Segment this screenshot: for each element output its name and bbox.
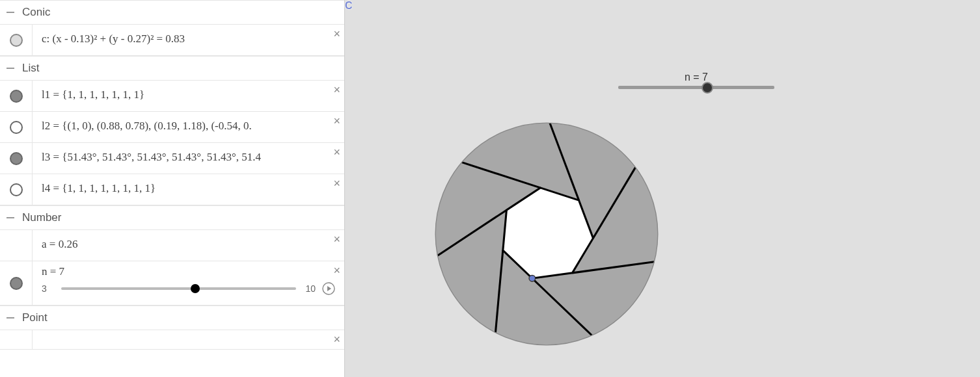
algebra-row-l3[interactable]: l3 = {51.43°, 51.43°, 51.43°, 51.43°, 51…	[0, 143, 344, 174]
expression[interactable]: l4 = {1, 1, 1, 1, 1, 1, 1, 1}	[33, 174, 344, 205]
close-icon[interactable]: ×	[333, 233, 340, 246]
visibility-toggle[interactable]	[0, 261, 33, 305]
close-icon[interactable]: ×	[333, 83, 340, 97]
visibility-toggle[interactable]	[0, 330, 33, 349]
canvas-slider-label: n = 7	[618, 72, 774, 83]
slider-max: 10	[303, 283, 316, 294]
play-icon[interactable]	[322, 282, 335, 295]
collapse-icon	[7, 68, 14, 69]
graphics-view[interactable]: n = 7 C	[345, 0, 980, 377]
expression[interactable]: a = 0.26	[33, 230, 344, 261]
aperture-diagram	[413, 101, 680, 367]
close-icon[interactable]: ×	[333, 177, 340, 190]
section-title: Point	[22, 311, 48, 324]
close-icon[interactable]: ×	[333, 146, 340, 159]
visibility-toggle[interactable]	[0, 25, 33, 55]
close-icon[interactable]: ×	[333, 264, 340, 278]
expression[interactable]	[33, 330, 344, 349]
close-icon[interactable]: ×	[333, 27, 340, 41]
section-header-conic[interactable]: Conic	[0, 0, 344, 25]
slider-label: n = 7	[42, 265, 335, 278]
visibility-toggle[interactable]	[0, 81, 33, 111]
section-header-point[interactable]: Point	[0, 306, 344, 330]
section-header-list[interactable]: List	[0, 56, 344, 81]
collapse-icon	[7, 217, 14, 218]
algebra-panel[interactable]: Conic c: (x - 0.13)² + (y - 0.27)² = 0.8…	[0, 0, 345, 377]
collapse-icon	[7, 317, 14, 318]
svg-marker-1	[327, 286, 331, 291]
slider-track[interactable]	[61, 287, 296, 290]
slider-min: 3	[42, 283, 55, 294]
canvas-slider-n[interactable]: n = 7	[618, 72, 774, 89]
algebra-row-l2[interactable]: l2 = {(1, 0), (0.88, 0.78), (0.19, 1.18)…	[0, 112, 344, 143]
close-icon[interactable]: ×	[333, 333, 340, 346]
canvas-slider-track[interactable]	[618, 86, 774, 89]
point-c-label: C	[345, 0, 353, 12]
visibility-toggle[interactable]	[0, 230, 33, 261]
visibility-toggle[interactable]	[0, 112, 33, 142]
section-title: Conic	[22, 6, 50, 19]
canvas-slider-thumb[interactable]	[701, 82, 713, 94]
algebra-row-a[interactable]: a = 0.26 ×	[0, 230, 344, 261]
section-title: Number	[22, 211, 61, 224]
section-title: List	[22, 62, 39, 75]
algebra-row-conic-c[interactable]: c: (x - 0.13)² + (y - 0.27)² = 0.83 ×	[0, 25, 344, 56]
close-icon[interactable]: ×	[333, 114, 340, 128]
expression[interactable]: l3 = {51.43°, 51.43°, 51.43°, 51.43°, 51…	[33, 143, 344, 174]
collapse-icon	[7, 12, 14, 13]
algebra-row-n-slider[interactable]: n = 7 3 10 ×	[0, 261, 344, 306]
visibility-toggle[interactable]	[0, 143, 33, 174]
algebra-row-l1[interactable]: l1 = {1, 1, 1, 1, 1, 1, 1} ×	[0, 81, 344, 112]
section-header-number[interactable]: Number	[0, 205, 344, 230]
svg-point-12	[529, 275, 536, 281]
slider-thumb[interactable]	[191, 284, 200, 293]
expression[interactable]: l1 = {1, 1, 1, 1, 1, 1, 1}	[33, 81, 344, 111]
expression[interactable]: l2 = {(1, 0), (0.88, 0.78), (0.19, 1.18)…	[33, 112, 344, 142]
expression[interactable]: c: (x - 0.13)² + (y - 0.27)² = 0.83	[33, 25, 344, 55]
algebra-row-l4[interactable]: l4 = {1, 1, 1, 1, 1, 1, 1, 1} ×	[0, 174, 344, 205]
visibility-toggle[interactable]	[0, 174, 33, 205]
algebra-row-point-placeholder[interactable]: ×	[0, 330, 344, 350]
